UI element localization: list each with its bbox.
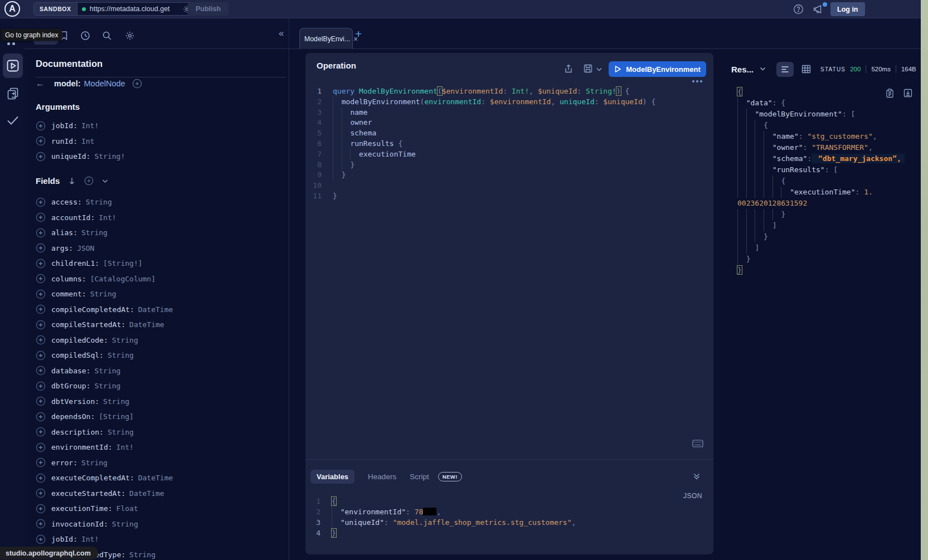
doc-field-row[interactable]: compileCompletedAt: DateTime (36, 302, 281, 318)
response-dropdown-chevron-icon[interactable] (760, 67, 766, 71)
save-dropdown-chevron-icon[interactable] (596, 67, 602, 71)
add-to-query-icon[interactable] (36, 121, 46, 131)
json-view-button[interactable] (776, 62, 794, 77)
doc-field-row[interactable]: executeStartedAt: DateTime (36, 486, 281, 501)
add-all-fields-icon[interactable] (84, 176, 94, 186)
add-to-query-icon[interactable] (36, 289, 46, 299)
docs-divider (289, 18, 289, 560)
add-to-query-icon[interactable] (36, 136, 46, 146)
add-to-query-icon[interactable] (36, 427, 46, 437)
doc-field-row[interactable]: access: String (36, 194, 281, 210)
sandbox-badge[interactable]: SANDBOX (34, 3, 77, 15)
add-to-query-icon[interactable] (36, 442, 46, 452)
doc-field-row[interactable]: database: String (36, 363, 281, 379)
docs-breadcrumb: ← model: ModelNode (36, 76, 142, 91)
add-to-query-icon[interactable] (36, 488, 46, 498)
editor-menu-icon[interactable] (692, 80, 702, 82)
collapse-docs-icon[interactable]: « (279, 28, 284, 39)
doc-field-row[interactable]: executeCompletedAt: DateTime (36, 470, 281, 486)
endpoint-input[interactable]: https://metadata.cloud.get (77, 3, 196, 15)
doc-field-row[interactable]: uniqueId: String! (36, 149, 281, 164)
tab-modelbyenvironment[interactable]: ModelByEnvi... × (299, 28, 353, 49)
add-to-query-icon[interactable] (36, 228, 46, 238)
response-duration: 520ms (871, 66, 891, 72)
add-field-icon[interactable] (132, 79, 142, 89)
add-to-query-icon[interactable] (36, 335, 46, 345)
add-to-query-icon[interactable] (36, 320, 46, 330)
new-tab-icon[interactable]: + (355, 27, 362, 41)
line-number: 2 (305, 507, 320, 517)
tab-script[interactable]: Script (410, 473, 429, 481)
add-to-query-icon[interactable] (36, 304, 46, 314)
doc-field-row[interactable]: jobId: Int! (36, 118, 281, 134)
run-operation-button[interactable]: ModelByEnvironment (609, 61, 706, 77)
doc-field-row[interactable]: executionTime: Float (36, 501, 281, 517)
collapse-variables-icon[interactable] (693, 473, 701, 480)
apollo-logo[interactable]: A (4, 1, 20, 17)
doc-field-row[interactable]: args: JSON (36, 241, 281, 256)
fields-chevron-icon[interactable] (102, 179, 108, 183)
tab-variables[interactable]: Variables (310, 470, 354, 484)
response-line: { (737, 86, 921, 98)
add-to-query-icon[interactable] (36, 243, 46, 253)
settings-gear-icon[interactable] (125, 31, 135, 41)
doc-field-row[interactable]: dependsOn: [String] (36, 409, 281, 425)
add-to-query-icon[interactable] (36, 504, 46, 514)
schema-nav-icon[interactable] (6, 86, 20, 101)
doc-field-row[interactable]: alias: String (36, 225, 281, 241)
field-type: DateTime (129, 320, 164, 329)
table-view-button[interactable] (801, 65, 811, 74)
add-to-query-icon[interactable] (36, 197, 46, 207)
back-arrow-icon[interactable]: ← (36, 79, 49, 89)
save-icon[interactable] (584, 64, 592, 73)
add-to-query-icon[interactable] (36, 457, 46, 468)
doc-field-row[interactable]: accountId: Int! (36, 210, 281, 226)
doc-field-row[interactable]: runId: Int (36, 134, 281, 149)
add-to-query-icon[interactable] (36, 473, 46, 483)
secondary-toolbar: « ModelByEnvi... × + (25, 18, 928, 49)
tab-headers[interactable]: Headers (368, 473, 396, 481)
doc-field-row[interactable]: comment: String (36, 286, 281, 302)
doc-field-row[interactable]: compileStartedAt: DateTime (36, 317, 281, 333)
doc-field-row[interactable]: invocationId: String (36, 517, 281, 532)
add-to-query-icon[interactable] (36, 519, 46, 529)
add-to-query-icon[interactable] (36, 534, 46, 544)
add-to-query-icon[interactable] (36, 381, 46, 391)
history-icon[interactable] (80, 31, 90, 41)
explorer-nav-button[interactable] (3, 53, 23, 78)
add-to-query-icon[interactable] (36, 412, 46, 422)
add-to-query-icon[interactable] (36, 396, 46, 406)
code-line: 7 executionTime (305, 149, 713, 160)
add-to-query-icon[interactable] (36, 259, 46, 269)
response-title[interactable]: Res... (731, 65, 754, 74)
sort-icon[interactable] (68, 177, 76, 186)
share-icon[interactable] (564, 64, 573, 74)
operation-editor[interactable]: 1 query ModelByEnvironment($environmentI… (305, 86, 713, 202)
variables-editor[interactable]: 1 { 2 "environmentId": 78, 3 "uniqueId":… (305, 496, 713, 538)
search-icon[interactable] (102, 31, 112, 41)
crumb-type-link[interactable]: ModelNode (84, 79, 125, 88)
doc-field-row[interactable]: childrenL1: [String!] (36, 256, 281, 271)
publish-button[interactable]: Publish (188, 2, 229, 16)
doc-field-row[interactable]: compiledCode: String (36, 333, 281, 348)
doc-field-row[interactable]: jobId: Int! (36, 532, 281, 547)
doc-field-row[interactable]: description: String (36, 425, 281, 440)
help-icon[interactable] (793, 4, 804, 14)
doc-field-row[interactable]: compiledSql: String (36, 348, 281, 363)
desktop-edge (921, 0, 928, 560)
add-to-query-icon[interactable] (36, 274, 46, 284)
response-line: "schema": “dbt_mary_jackson”, (737, 153, 921, 164)
doc-field-row[interactable]: environmentId: Int! (36, 440, 281, 455)
keyboard-shortcuts-icon[interactable] (692, 440, 703, 447)
doc-field-row[interactable]: dbtGroup: String (36, 378, 281, 394)
announcements-icon[interactable] (813, 4, 823, 14)
add-to-query-icon[interactable] (36, 350, 46, 361)
doc-field-row[interactable]: columns: [CatalogColumn] (36, 271, 281, 287)
checks-nav-icon[interactable] (6, 115, 20, 126)
add-to-query-icon[interactable] (36, 152, 46, 162)
doc-field-row[interactable]: dbtVersion: String (36, 394, 281, 410)
add-to-query-icon[interactable] (36, 366, 46, 376)
doc-field-row[interactable]: error: String (36, 455, 281, 471)
login-button[interactable]: Log in (830, 2, 865, 16)
add-to-query-icon[interactable] (36, 212, 46, 222)
